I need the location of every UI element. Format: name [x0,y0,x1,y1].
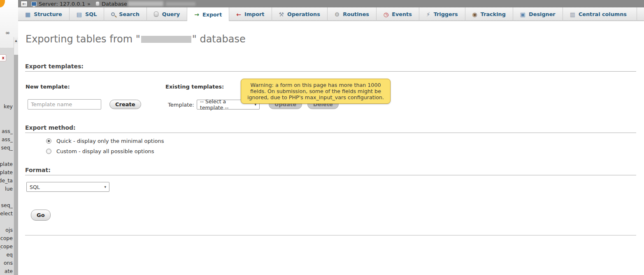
sidebar-table-item[interactable]: lue [0,186,13,192]
sidebar-table-item[interactable]: _seq [0,202,13,208]
sidebar-table-item[interactable]: key [0,103,13,110]
radio-label: Quick - display only the minimal options [56,138,164,144]
server-breadcrumb-bar: ← Server: 127.0.0.1 » Database [18,0,644,7]
tab-designer[interactable]: ▣Designer [513,7,563,21]
tab-events[interactable]: ◷Events [377,7,419,21]
radio-selected-icon[interactable] [46,138,51,144]
sidebar-table-item[interactable]: _seq [0,144,13,151]
clock-icon: ◷ [384,12,388,17]
template-name-input[interactable] [28,99,101,110]
blurred-database-name [128,1,163,6]
import-icon: ← [236,12,241,17]
radio-unselected-icon[interactable] [46,149,51,154]
tab-tracking[interactable]: ◉Tracking [465,7,513,21]
tab-routines[interactable]: ⚙Routines [328,7,377,21]
sidebar-table-item[interactable]: _ass [0,128,13,134]
tab-label: Query [162,11,180,17]
tab-label: SQL [85,11,97,17]
search-icon [111,12,115,16]
navigation-sidebar: ∞ x ▲ key_ass_ass_seqplateplate_de_talue… [0,0,18,275]
sidebar-scrollbar[interactable]: ▲ [14,37,18,275]
format-heading: Format: [25,167,636,175]
eye-icon: ◉ [472,12,477,17]
tab-label: Triggers [434,11,458,17]
format-select-value: SQL [30,184,40,190]
tab-label: Structure [34,11,62,17]
tab-sql[interactable]: ▤SQL [70,7,104,21]
export-icon: → [194,12,199,17]
tab-label: Import [244,11,264,17]
sidebar-table-item[interactable]: de_ta [0,177,13,184]
export-templates-heading: Export templates: [25,63,636,72]
breadcrumb-database[interactable]: Database [102,1,127,7]
sidebar-table-item[interactable]: plate_ [0,169,13,175]
radio-label: Custom - display all possible options [56,148,154,154]
trigger-bolt-icon: ⚡ [426,12,430,17]
tab-operations[interactable]: ⚒Operations [272,7,328,21]
structure-icon: ▦ [25,12,30,17]
export-method-option[interactable]: Quick - display only the minimal options [46,138,164,144]
tab-label: Central columns [579,11,627,17]
tab-label: Search [119,11,139,17]
server-monitor-icon [31,2,37,6]
template-label: Template: [168,102,194,108]
tab-label: Export [202,12,222,18]
tab-label: Events [392,11,412,17]
tab-central-columns[interactable]: ▥Central columns [563,7,637,21]
new-template-label: New template: [26,84,70,90]
create-template-button[interactable]: Create [109,100,141,109]
existing-templates-label: Existing templates: [165,84,224,90]
wrench-icon: ⚒ [279,12,284,17]
breadcrumb-server[interactable]: Server: 127.0.0.1 [39,1,85,7]
tab-query[interactable]: Query [147,7,187,21]
tab-label: Routines [343,11,369,17]
sidebar-table-item[interactable]: ojs [0,227,13,233]
tab-label: Tracking [481,11,506,17]
sidebar-table-item[interactable]: cope [0,235,13,241]
tab-search[interactable]: Search [104,7,147,21]
title-prefix: Exporting tables from " [26,33,140,45]
bottom-divider [25,235,636,235]
sidebar-table-item[interactable]: eq [0,252,13,258]
scroll-up-button[interactable]: ▲ [14,38,18,44]
tab-label: Designer [529,11,556,17]
title-suffix: " database [192,33,246,45]
export-method-option[interactable]: Custom - display all possible options [46,148,154,154]
sidebar-table-item[interactable]: cope_ [0,243,13,249]
tab-export[interactable]: →Export [187,7,229,21]
blurred-breadcrumb-tail [166,2,195,6]
main-content: Exporting tables from "" database Export… [18,21,644,275]
database-cylinder-icon [95,1,100,6]
sidebar-table-item[interactable]: ate [0,268,13,274]
tab-label: Operations [287,11,320,17]
gears-icon: ⚙ [335,12,340,17]
scrollbar-thumb[interactable] [14,55,18,275]
max-input-vars-warning-tooltip: Warning: a form on this page has more th… [241,79,391,104]
export-method-heading: Export method: [25,124,636,133]
link-icon: ∞ [5,30,10,36]
tab-triggers[interactable]: ⚡Triggers [419,7,465,21]
sidebar-table-item[interactable]: ons [0,260,13,266]
tab-structure[interactable]: ▦Structure [18,7,70,21]
tab-import[interactable]: ←Import [229,7,272,21]
sidebar-table-item[interactable]: _ass [0,136,13,142]
sidebar-table-item[interactable]: select [0,210,13,217]
format-select[interactable]: SQL ▾ [26,182,109,192]
tab-bar: ▦Structure▤SQLSearchQuery→Export←Import⚒… [18,7,644,21]
chevron-down-icon: ▾ [104,185,106,189]
blurred-database-name [141,36,191,43]
central-columns-icon: ▥ [570,12,575,17]
clear-filter-button[interactable]: x [0,54,6,61]
page-title: Exporting tables from "" database [26,33,246,45]
back-button[interactable]: ← [21,1,28,7]
phpmyadmin-export-page: ∞ x ▲ key_ass_ass_seqplateplate_de_talue… [0,0,644,275]
sql-icon: ▤ [77,12,82,17]
designer-nodes-icon: ▣ [520,12,525,17]
query-icon [154,12,158,17]
sidebar-table-item[interactable]: plate [0,161,13,167]
breadcrumb-separator: » [87,1,91,7]
go-button[interactable]: Go [31,210,51,221]
